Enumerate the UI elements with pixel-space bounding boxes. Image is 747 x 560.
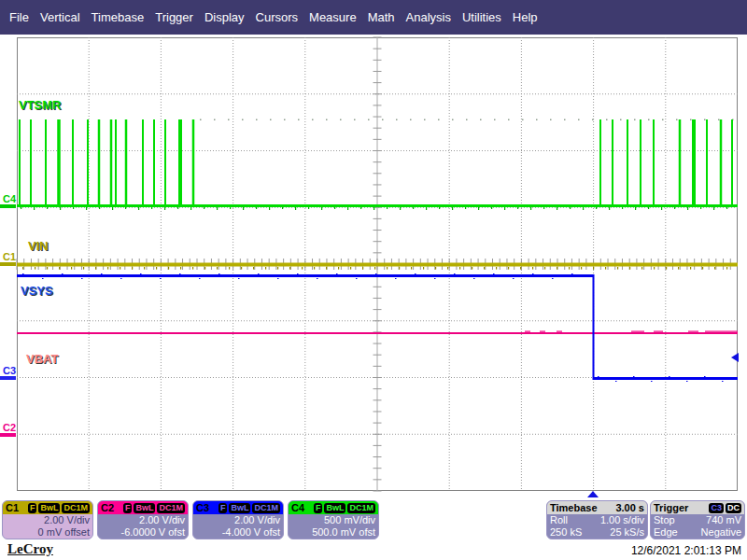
c1-noise xyxy=(399,267,400,270)
c4-peak-dot xyxy=(228,119,230,121)
channel-id-label: C2 xyxy=(101,502,114,513)
channel-marker-bar[interactable] xyxy=(0,376,16,380)
c4-noise xyxy=(622,207,623,209)
c3-noise xyxy=(258,273,260,274)
menu-item-analysis[interactable]: Analysis xyxy=(406,10,451,24)
descriptor-row: C1FBwLDC1M2.00 V/div0 mV offsetC2FBwLDC1… xyxy=(0,500,747,539)
c2-noise xyxy=(540,331,545,332)
c1-noise xyxy=(411,267,412,270)
channel-descriptor-c3[interactable]: C3FBwLDC1M2.00 V/div-4.000 V ofst xyxy=(192,500,284,539)
c3-noise xyxy=(336,273,338,274)
c4-noise xyxy=(426,207,427,210)
c3-vsys-trace-high xyxy=(17,274,594,277)
channel-marker-bar[interactable] xyxy=(0,262,16,266)
c2-noise xyxy=(525,331,530,332)
menu-item-help[interactable]: Help xyxy=(513,10,538,24)
c4-spike xyxy=(87,119,89,206)
c4-peak-dot xyxy=(494,119,496,121)
c1-noise xyxy=(314,267,315,270)
channel-marker-c1[interactable]: C1 xyxy=(3,251,16,262)
c1-noise xyxy=(338,267,339,270)
c4-peak-dot xyxy=(620,119,622,121)
menu-item-trigger[interactable]: Trigger xyxy=(155,10,193,24)
menu-item-math[interactable]: Math xyxy=(368,10,395,24)
c4-peak-dot xyxy=(438,119,440,121)
c4-peak-dot xyxy=(200,119,202,121)
menu-item-vertical[interactable]: Vertical xyxy=(40,10,80,24)
c1-noise xyxy=(120,267,120,270)
channel-descriptor-c1[interactable]: C1FBwLDC1M2.00 V/div0 mV offset xyxy=(2,500,93,539)
channel-marker-c3[interactable]: C3 xyxy=(3,365,16,376)
badge-bwl: BwL xyxy=(324,503,345,513)
menu-item-timebase[interactable]: Timebase xyxy=(92,10,145,24)
c3-noise xyxy=(140,273,142,274)
c1-noise xyxy=(35,267,35,270)
c4-noise xyxy=(583,207,584,210)
c1-noise xyxy=(520,267,521,270)
menu-item-file[interactable]: File xyxy=(9,10,29,24)
c4-noise xyxy=(151,207,152,209)
c3-vsys-step-edge xyxy=(593,274,595,380)
c4-noise xyxy=(99,207,100,209)
trigger-field: Negative xyxy=(701,526,741,539)
c4-spike xyxy=(627,119,628,206)
c4-noise xyxy=(726,207,727,209)
c1-noise xyxy=(217,267,218,270)
c1-noise xyxy=(447,267,448,270)
menu-item-cursors[interactable]: Cursors xyxy=(256,10,299,24)
c4-noise xyxy=(256,207,257,209)
c1-noise xyxy=(726,267,727,270)
footer-bar: LeCroy 12/6/2021 2:01:13 PM xyxy=(0,541,747,560)
channel-descriptor-c2[interactable]: C2FBwLDC1M2.00 V/div-6.0000 V ofst xyxy=(97,500,189,539)
c4-spike xyxy=(142,119,144,206)
c4-peak-dot xyxy=(256,119,258,121)
timebase-field: 1.00 s/div xyxy=(600,514,644,526)
c4-noise xyxy=(700,207,701,209)
trigger-time-marker[interactable] xyxy=(587,491,599,497)
menu-item-utilities[interactable]: Utilities xyxy=(462,10,501,24)
c1-noise xyxy=(714,267,715,270)
c4-peak-dot xyxy=(242,119,244,121)
c4-peak-dot xyxy=(550,119,552,121)
c1-noise xyxy=(690,267,691,270)
c4-noise xyxy=(243,207,244,210)
timebase-descriptor[interactable]: Timebase3.00 sRoll1.00 s/div250 kS25 kS/… xyxy=(546,500,648,539)
channel-descriptor-c4[interactable]: C4FBwLDC1M500 mV/div500.0 mV ofst xyxy=(288,500,379,539)
trace-label-vtsmr: VTSMR xyxy=(19,98,62,112)
channel-marker-bar[interactable] xyxy=(0,204,16,208)
menu-item-display[interactable]: Display xyxy=(204,10,245,24)
trace-label-vsys: VSYS xyxy=(21,284,53,298)
c2-noise xyxy=(557,331,562,332)
channel-marker-c2[interactable]: C2 xyxy=(3,422,16,433)
c3-noise xyxy=(532,273,534,274)
c4-noise xyxy=(217,207,218,210)
c1-noise xyxy=(83,267,84,270)
menu-bar: FileVerticalTimebaseTriggerDisplayCursor… xyxy=(0,0,747,35)
c1-noise xyxy=(423,267,424,270)
c1-noise xyxy=(168,267,169,270)
trigger-descriptor[interactable]: TriggerC3DCStop740 mVEdgeNegative xyxy=(650,500,745,539)
c4-peak-dot xyxy=(592,119,594,121)
channel-marker-c4[interactable]: C4 xyxy=(3,193,17,204)
c4-noise xyxy=(21,207,21,209)
c4-spike xyxy=(653,119,655,206)
c4-spike xyxy=(115,119,117,206)
c4-peak-dot xyxy=(676,119,678,121)
c4-noise xyxy=(374,207,374,210)
c2-noise xyxy=(688,331,698,332)
c4-spike xyxy=(45,119,47,206)
c4-noise xyxy=(60,207,61,210)
c4-noise xyxy=(413,207,414,209)
c3-noise xyxy=(375,273,377,274)
c1-noise xyxy=(387,267,388,270)
badge-dc1m: DC1M xyxy=(157,503,185,513)
channel-marker-bar[interactable] xyxy=(0,433,16,437)
c4-spike xyxy=(692,119,696,206)
c1-noise xyxy=(71,267,72,270)
c4-spike xyxy=(731,119,733,206)
c4-peak-dot xyxy=(340,119,342,121)
c3-noise xyxy=(493,273,495,274)
menu-item-measure[interactable]: Measure xyxy=(309,10,357,24)
channel-id-label: C1 xyxy=(6,502,19,513)
c3-noise xyxy=(615,381,617,382)
